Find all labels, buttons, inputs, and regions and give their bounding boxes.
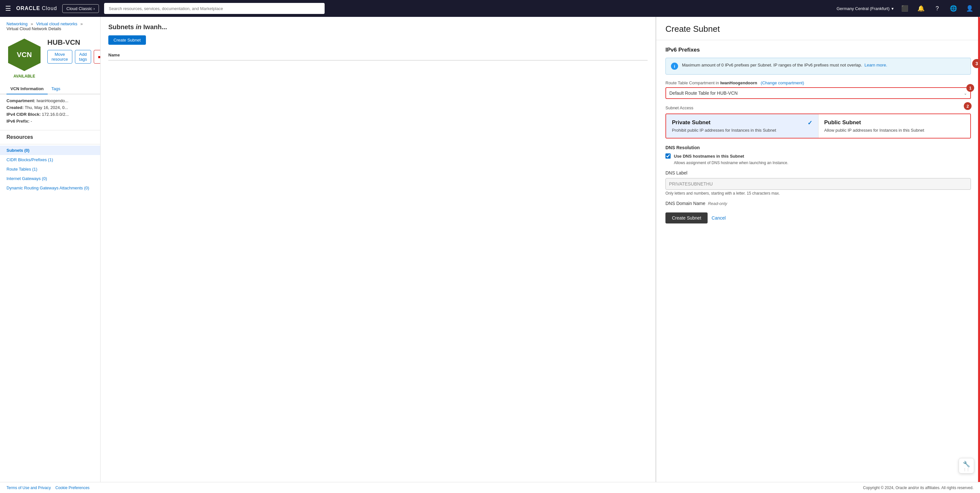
create-subnet-button[interactable]: Create Subnet: [108, 35, 146, 45]
dns-label-hint: Only letters and numbers, starting with …: [665, 191, 971, 196]
cancel-button[interactable]: Cancel: [711, 212, 726, 223]
vcn-header: VCN AVAILABLE HUB-VCN Move resource Add …: [0, 34, 100, 84]
left-panel: Networking » Virtual cloud networks » Vi…: [0, 17, 100, 493]
scroll-indicator: [978, 17, 980, 493]
copyright: Copyright © 2024, Oracle and/or its affi…: [863, 485, 974, 490]
create-subnet-panel: 3 Create Subnet IPv6 Prefixes i Maximum …: [656, 17, 980, 493]
route-table-select-wrapper: 1 Default Route Table for HUB-VCN: [665, 87, 971, 99]
badge-2: 2: [964, 102, 972, 110]
badge-1: 1: [966, 84, 974, 92]
add-tags-button[interactable]: Add tags: [75, 50, 91, 64]
dns-domain-row: DNS Domain Name Read-only: [665, 201, 971, 206]
dns-resolution-section: DNS Resolution Use DNS hostnames in this…: [665, 145, 971, 165]
private-subnet-check-icon: ✓: [808, 119, 812, 127]
dns-checkbox-sublabel: Allows assignment of DNS hostname when l…: [674, 161, 971, 165]
breadcrumb: Networking » Virtual cloud networks » Vi…: [0, 17, 100, 34]
public-subnet-title: Public Subnet: [824, 119, 965, 126]
vcn-name: HUB-VCN: [47, 38, 100, 47]
private-subnet-desc: Prohibit public IP addresses for Instanc…: [672, 128, 812, 133]
info-icon: i: [671, 63, 678, 70]
dns-label-section: DNS Label Only letters and numbers, star…: [665, 170, 971, 196]
bell-icon[interactable]: 🔔: [916, 3, 926, 14]
dns-domain-name-label: DNS Domain Name: [665, 201, 705, 206]
help-widget[interactable]: 🔧 ⋮⋮: [959, 458, 974, 474]
dns-label-input[interactable]: [665, 178, 971, 190]
breadcrumb-vcns[interactable]: Virtual cloud networks: [36, 21, 78, 26]
move-resource-button[interactable]: Move resource: [47, 50, 72, 64]
terms-link[interactable]: Terms of Use and Privacy: [6, 485, 51, 490]
center-panel: Subnets in Iwanh... Create Subnet Name: [100, 17, 656, 493]
breadcrumb-networking[interactable]: Networking: [6, 21, 27, 26]
tab-vcn-information[interactable]: VCN Information: [6, 84, 48, 94]
route-table-select[interactable]: Default Route Table for HUB-VCN: [665, 87, 971, 99]
delete-button[interactable]: ■: [94, 50, 100, 64]
subnet-access-row: Private Subnet ✓ Prohibit public IP addr…: [665, 113, 971, 138]
vcn-tabs: VCN Information Tags: [0, 84, 100, 94]
public-subnet-desc: Allow public IP addresses for Instances …: [824, 128, 965, 133]
ipv6-info-box: i Maximum amount of 0 IPv6 prefixes per …: [665, 58, 971, 75]
private-subnet-title: Private Subnet ✓: [672, 119, 812, 126]
search-input[interactable]: [104, 3, 325, 14]
cookies-link[interactable]: Cookie Preferences: [56, 485, 89, 490]
dns-domain-readonly: Read-only: [708, 201, 727, 206]
breadcrumb-current: Virtual Cloud Network Details: [6, 26, 61, 31]
sidebar-item-internet-gateways[interactable]: Internet Gateways (0): [0, 174, 100, 183]
subnet-access-label: Subnet Access: [665, 105, 971, 110]
oracle-logo: ORACLE Cloud: [16, 5, 57, 11]
ipv6-value: -: [30, 119, 32, 124]
sidebar-item-subnets[interactable]: Subnets (0): [0, 146, 100, 155]
private-subnet-option[interactable]: Private Subnet ✓ Prohibit public IP addr…: [666, 114, 818, 138]
sidebar-item-cidr[interactable]: CIDR Blocks/Prefixes (1): [0, 155, 100, 164]
dns-checkbox-label: Use DNS hostnames in this Subnet: [674, 154, 744, 159]
create-subnet-submit-button[interactable]: Create Subnet: [665, 212, 708, 223]
modal-title: Create Subnet: [656, 17, 980, 40]
subnet-access-section: Subnet Access 2 Private Subnet ✓ Prohibi…: [665, 105, 971, 138]
public-subnet-option[interactable]: Public Subnet Allow public IP addresses …: [818, 114, 970, 138]
nav-right: Germany Central (Frankfurt) ▾ ⬛ 🔔 ? 🌐 👤: [837, 3, 975, 14]
ipv6-section-title: IPv6 Prefixes: [665, 47, 971, 53]
user-icon[interactable]: 👤: [964, 3, 975, 14]
resources-title: Resources: [0, 130, 100, 143]
top-nav: ☰ ORACLE Cloud Cloud Classic › Germany C…: [0, 0, 980, 17]
created-value: Thu, May 16, 2024, 0...: [25, 105, 68, 110]
help-icon[interactable]: ?: [932, 3, 942, 14]
footer-links: Terms of Use and Privacy Cookie Preferen…: [6, 485, 89, 490]
dns-resolution-title: DNS Resolution: [665, 145, 971, 150]
globe-icon[interactable]: 🌐: [948, 3, 959, 14]
dns-checkbox[interactable]: [665, 153, 671, 159]
tab-tags[interactable]: Tags: [48, 84, 64, 94]
ipv4-value: 172.16.0.0/2...: [42, 112, 69, 117]
cloud-classic-button[interactable]: Cloud Classic ›: [62, 4, 99, 13]
hamburger-icon[interactable]: ☰: [5, 5, 11, 12]
action-row: Create Subnet Cancel: [665, 212, 971, 223]
vcn-status: AVAILABLE: [6, 74, 42, 78]
region-selector[interactable]: Germany Central (Frankfurt) ▾: [837, 6, 894, 11]
compartment-value: IwanHoogendo...: [36, 98, 68, 103]
badge-3: 3: [972, 59, 980, 68]
dns-label-title: DNS Label: [665, 170, 971, 175]
table-header: Name: [108, 50, 648, 60]
vcn-details: Compartment: IwanHoogendo... Created: Th…: [0, 98, 100, 130]
svg-text:VCN: VCN: [17, 51, 32, 59]
monitor-icon[interactable]: ⬛: [900, 3, 910, 14]
learn-more-link[interactable]: Learn more.: [865, 63, 887, 67]
dns-checkbox-row: Use DNS hostnames in this Subnet: [665, 153, 971, 159]
subnets-section-title: Subnets in Iwanh...: [108, 23, 648, 31]
vcn-hexagon-icon: VCN: [6, 37, 42, 73]
footer: Terms of Use and Privacy Cookie Preferen…: [0, 482, 980, 493]
sidebar-item-drg-attachments[interactable]: Dynamic Routing Gateways Attachments (0): [0, 183, 100, 192]
route-table-compartment-label: Route Table Compartment in IwanHoogendoo…: [665, 80, 971, 85]
sidebar-item-route-tables[interactable]: Route Tables (1): [0, 164, 100, 174]
change-compartment-link[interactable]: (Change compartment): [761, 80, 804, 85]
